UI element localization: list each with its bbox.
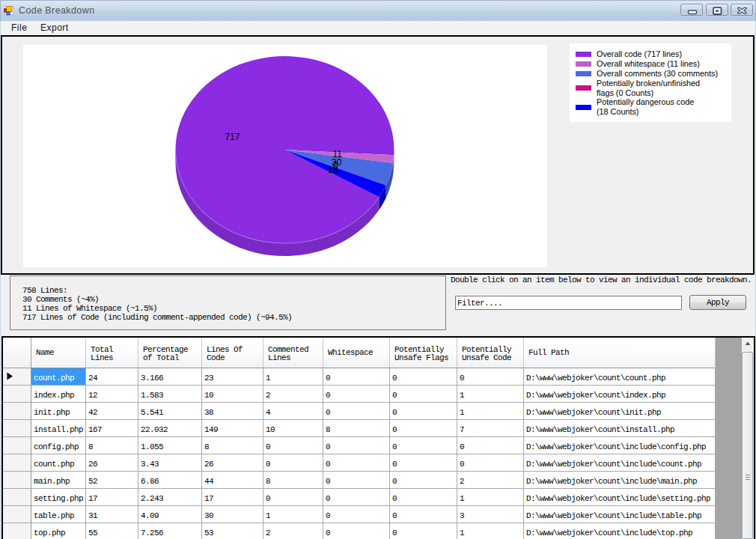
svg-text:18: 18: [328, 165, 338, 175]
svg-text:717: 717: [225, 132, 240, 142]
